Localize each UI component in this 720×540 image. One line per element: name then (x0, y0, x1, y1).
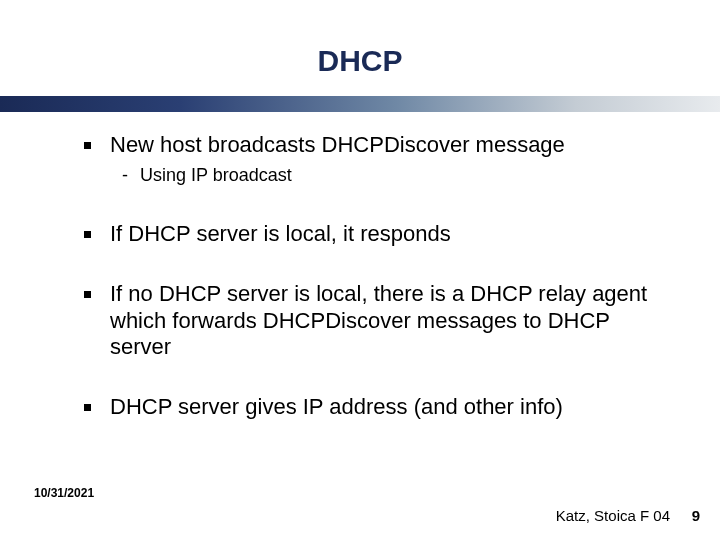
footer-page-number: 9 (692, 507, 700, 524)
sub-bullet-text: Using IP broadcast (140, 165, 292, 185)
bullet-text: New host broadcasts DHCPDiscover message (110, 132, 565, 157)
bullet-item: DHCP server gives IP address (and other … (84, 394, 649, 420)
sub-bullet-list: Using IP broadcast (110, 164, 649, 187)
title-underline-stripe (0, 96, 720, 112)
slide: DHCP New host broadcasts DHCPDiscover me… (0, 0, 720, 540)
bullet-text: If no DHCP server is local, there is a D… (110, 281, 647, 359)
bullet-item: New host broadcasts DHCPDiscover message… (84, 132, 649, 187)
bullet-text: If DHCP server is local, it responds (110, 221, 451, 246)
slide-body: New host broadcasts DHCPDiscover message… (84, 132, 649, 455)
bullet-item: If no DHCP server is local, there is a D… (84, 281, 649, 360)
footer-date: 10/31/2021 (34, 486, 94, 500)
bullet-text: DHCP server gives IP address (and other … (110, 394, 563, 419)
slide-title: DHCP (0, 44, 720, 78)
footer-attribution: Katz, Stoica F 04 (556, 507, 670, 524)
bullet-item: If DHCP server is local, it responds (84, 221, 649, 247)
bullet-list: New host broadcasts DHCPDiscover message… (84, 132, 649, 421)
sub-bullet-item: Using IP broadcast (122, 164, 649, 187)
